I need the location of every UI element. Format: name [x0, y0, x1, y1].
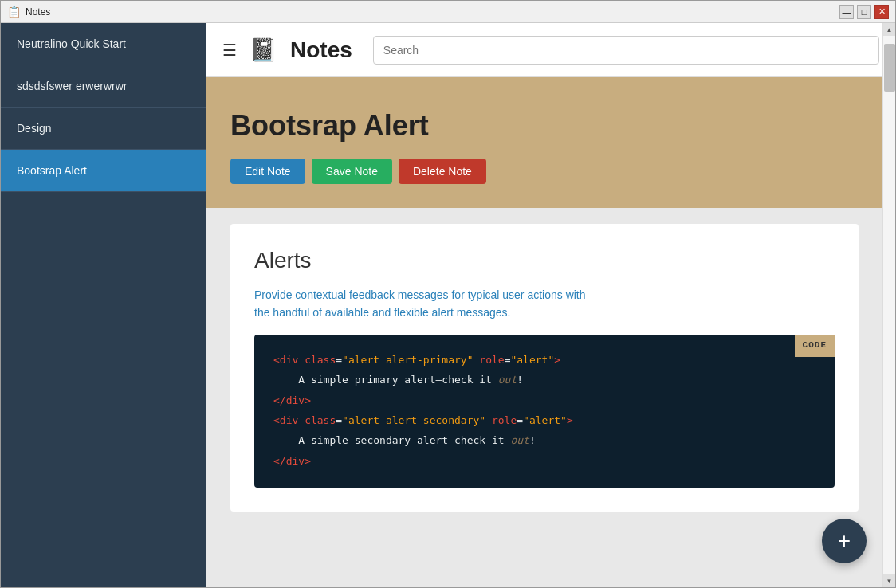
- header-title: Notes: [290, 37, 352, 63]
- code-line-3: </div>: [273, 391, 815, 410]
- sidebar-item-bootsrap-alert[interactable]: Bootsrap Alert: [1, 150, 206, 192]
- titlebar-title: Notes: [26, 6, 839, 18]
- code-line-6: </div>: [273, 452, 815, 470]
- add-note-fab[interactable]: +: [822, 519, 867, 563]
- notes-icon: 📓: [250, 37, 277, 63]
- titlebar: 📋 Notes — □ ✕: [1, 1, 895, 23]
- card-desc-line1: Provide contextual feedback messages for…: [254, 288, 586, 301]
- note-header-section: Bootsrap Alert Edit Note Save Note Delet…: [206, 77, 882, 208]
- code-line-2: A simple primary alert–check it out!: [273, 370, 815, 389]
- hamburger-icon[interactable]: ☰: [222, 41, 237, 60]
- search-input[interactable]: [373, 36, 879, 65]
- content-area: ☰ 📓 Notes ▲ ▼ Bootsrap Alert Edit: [206, 23, 895, 587]
- sidebar-item-sdsdsfswer[interactable]: sdsdsfswer erwerwrwr: [1, 65, 206, 108]
- card-desc-line2: the handful of available and flexible al…: [254, 306, 510, 319]
- scrollbar-track[interactable]: [883, 36, 896, 574]
- note-actions: Edit Note Save Note Delete Note: [230, 159, 859, 184]
- scrollbar-up-button[interactable]: ▲: [883, 23, 896, 36]
- scrollbar: ▲ ▼: [882, 23, 895, 587]
- save-note-button[interactable]: Save Note: [312, 159, 392, 184]
- content-card-title: Alerts: [254, 248, 835, 273]
- code-line-5: A simple secondary alert–check it out!: [273, 431, 815, 449]
- code-line-1: <div class="alert alert-primary" role="a…: [273, 351, 815, 369]
- edit-note-button[interactable]: Edit Note: [230, 159, 305, 184]
- app-window: 📋 Notes — □ ✕ Neutralino Quick Start sds…: [0, 0, 896, 588]
- sidebar: Neutralino Quick Start sdsdsfswer erwerw…: [1, 23, 206, 587]
- sidebar-item-neutralino[interactable]: Neutralino Quick Start: [1, 23, 206, 65]
- scrollbar-thumb[interactable]: [884, 44, 895, 92]
- minimize-button[interactable]: —: [839, 5, 854, 19]
- app-body: Neutralino Quick Start sdsdsfswer erwerw…: [1, 23, 895, 587]
- restore-button[interactable]: □: [857, 5, 871, 19]
- header: ☰ 📓 Notes: [206, 23, 895, 77]
- note-content: Alerts Provide contextual feedback messa…: [206, 208, 882, 587]
- titlebar-controls: — □ ✕: [839, 5, 889, 19]
- titlebar-icon: 📋: [7, 6, 21, 18]
- sidebar-item-design[interactable]: Design: [1, 108, 206, 150]
- main-scroll[interactable]: Bootsrap Alert Edit Note Save Note Delet…: [206, 77, 895, 587]
- note-title: Bootsrap Alert: [230, 109, 859, 143]
- code-badge: CODE: [795, 335, 835, 357]
- content-card: Alerts Provide contextual feedback messa…: [230, 224, 859, 512]
- scrollbar-down-button[interactable]: ▼: [883, 574, 896, 587]
- delete-note-button[interactable]: Delete Note: [399, 159, 486, 184]
- content-card-desc: Provide contextual feedback messages for…: [254, 286, 835, 322]
- code-block: CODE <div class="alert alert-primary" ro…: [254, 335, 835, 488]
- close-button[interactable]: ✕: [874, 5, 889, 19]
- code-line-4: <div class="alert alert-secondary" role=…: [273, 411, 815, 429]
